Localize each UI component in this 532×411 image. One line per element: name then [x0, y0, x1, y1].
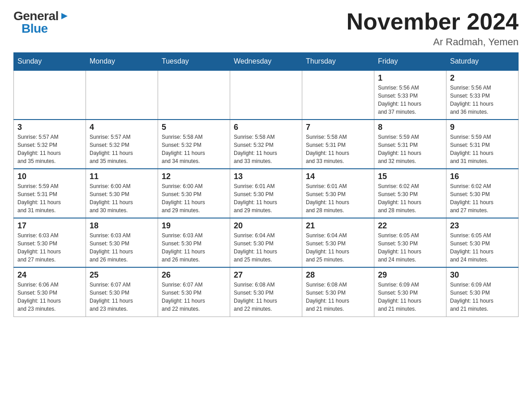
- day-number: 5: [162, 123, 226, 132]
- day-info: Sunrise: 5:59 AMSunset: 5:31 PMDaylight:…: [17, 182, 82, 214]
- calendar-cell: 30Sunrise: 6:09 AMSunset: 5:30 PMDayligh…: [446, 267, 519, 317]
- day-number: 30: [450, 270, 515, 280]
- svg-marker-0: [61, 13, 68, 19]
- day-info: Sunrise: 5:58 AMSunset: 5:31 PMDaylight:…: [306, 133, 370, 165]
- day-number: 7: [306, 123, 370, 132]
- calendar-header-tuesday: Tuesday: [158, 53, 230, 71]
- day-number: 29: [378, 270, 442, 280]
- calendar-header-wednesday: Wednesday: [230, 53, 302, 71]
- day-number: 14: [306, 172, 370, 181]
- day-number: 23: [450, 221, 515, 231]
- day-info: Sunrise: 6:05 AMSunset: 5:30 PMDaylight:…: [450, 231, 515, 264]
- calendar-cell: 24Sunrise: 6:06 AMSunset: 5:30 PMDayligh…: [14, 267, 86, 317]
- day-info: Sunrise: 5:56 AMSunset: 5:33 PMDaylight:…: [378, 84, 442, 116]
- day-number: 20: [234, 221, 298, 231]
- day-number: 8: [378, 123, 442, 132]
- calendar-cell: 5Sunrise: 5:58 AMSunset: 5:32 PMDaylight…: [158, 120, 230, 169]
- day-number: 17: [17, 221, 82, 231]
- day-number: 22: [378, 221, 442, 231]
- day-number: 28: [306, 270, 370, 280]
- calendar-cell: 7Sunrise: 5:58 AMSunset: 5:31 PMDaylight…: [302, 120, 374, 169]
- calendar-cell: 9Sunrise: 5:59 AMSunset: 5:31 PMDaylight…: [446, 120, 519, 169]
- day-info: Sunrise: 6:01 AMSunset: 5:30 PMDaylight:…: [306, 182, 370, 214]
- calendar-header-monday: Monday: [86, 53, 158, 71]
- main-title: November 2024: [347, 9, 519, 34]
- day-number: 13: [234, 172, 298, 181]
- day-number: 19: [162, 221, 226, 231]
- calendar-cell: 11Sunrise: 6:00 AMSunset: 5:30 PMDayligh…: [86, 169, 158, 218]
- logo-arrow-icon: [60, 11, 69, 21]
- calendar-cell: 25Sunrise: 6:07 AMSunset: 5:30 PMDayligh…: [86, 267, 158, 317]
- day-info: Sunrise: 5:57 AMSunset: 5:32 PMDaylight:…: [17, 133, 82, 165]
- week-row-1: 1Sunrise: 5:56 AMSunset: 5:33 PMDaylight…: [14, 70, 519, 120]
- calendar-header-row: SundayMondayTuesdayWednesdayThursdayFrid…: [14, 53, 519, 71]
- day-info: Sunrise: 5:56 AMSunset: 5:33 PMDaylight:…: [450, 84, 515, 116]
- calendar-cell: 13Sunrise: 6:01 AMSunset: 5:30 PMDayligh…: [230, 169, 302, 218]
- calendar-cell: [86, 70, 158, 120]
- day-number: 12: [162, 172, 226, 181]
- calendar-cell: 6Sunrise: 5:58 AMSunset: 5:32 PMDaylight…: [230, 120, 302, 169]
- calendar-cell: 22Sunrise: 6:05 AMSunset: 5:30 PMDayligh…: [374, 218, 446, 267]
- day-info: Sunrise: 5:59 AMSunset: 5:31 PMDaylight:…: [450, 133, 515, 165]
- day-number: 16: [450, 172, 515, 181]
- week-row-2: 3Sunrise: 5:57 AMSunset: 5:32 PMDaylight…: [14, 120, 519, 169]
- day-number: 27: [234, 270, 298, 280]
- calendar-cell: 1Sunrise: 5:56 AMSunset: 5:33 PMDaylight…: [374, 70, 446, 120]
- day-info: Sunrise: 6:04 AMSunset: 5:30 PMDaylight:…: [306, 231, 370, 264]
- calendar-cell: 2Sunrise: 5:56 AMSunset: 5:33 PMDaylight…: [446, 70, 519, 120]
- calendar-cell: [14, 70, 86, 120]
- day-number: 1: [378, 73, 442, 83]
- calendar-header-thursday: Thursday: [302, 53, 374, 71]
- day-info: Sunrise: 6:08 AMSunset: 5:30 PMDaylight:…: [306, 281, 370, 313]
- logo: General Blue: [13, 9, 69, 36]
- title-block: November 2024 Ar Radmah, Yemen: [347, 9, 519, 48]
- day-info: Sunrise: 6:07 AMSunset: 5:30 PMDaylight:…: [90, 281, 154, 313]
- day-info: Sunrise: 6:05 AMSunset: 5:30 PMDaylight:…: [378, 231, 442, 264]
- subtitle: Ar Radmah, Yemen: [347, 36, 519, 48]
- day-info: Sunrise: 6:04 AMSunset: 5:30 PMDaylight:…: [234, 231, 298, 264]
- day-number: 26: [162, 270, 226, 280]
- calendar-cell: 23Sunrise: 6:05 AMSunset: 5:30 PMDayligh…: [446, 218, 519, 267]
- calendar-cell: 10Sunrise: 5:59 AMSunset: 5:31 PMDayligh…: [14, 169, 86, 218]
- week-row-4: 17Sunrise: 6:03 AMSunset: 5:30 PMDayligh…: [14, 218, 519, 267]
- calendar-cell: [230, 70, 302, 120]
- day-number: 15: [378, 172, 442, 181]
- day-info: Sunrise: 6:03 AMSunset: 5:30 PMDaylight:…: [17, 231, 82, 264]
- day-info: Sunrise: 6:01 AMSunset: 5:30 PMDaylight:…: [234, 182, 298, 214]
- day-number: 11: [90, 172, 154, 181]
- logo-blue-text: Blue: [21, 21, 48, 35]
- day-info: Sunrise: 5:58 AMSunset: 5:32 PMDaylight:…: [234, 133, 298, 165]
- calendar-cell: 20Sunrise: 6:04 AMSunset: 5:30 PMDayligh…: [230, 218, 302, 267]
- day-info: Sunrise: 5:58 AMSunset: 5:32 PMDaylight:…: [162, 133, 226, 165]
- calendar-cell: 17Sunrise: 6:03 AMSunset: 5:30 PMDayligh…: [14, 218, 86, 267]
- calendar-cell: 16Sunrise: 6:02 AMSunset: 5:30 PMDayligh…: [446, 169, 519, 218]
- calendar-cell: 26Sunrise: 6:07 AMSunset: 5:30 PMDayligh…: [158, 267, 230, 317]
- day-number: 6: [234, 123, 298, 132]
- day-info: Sunrise: 6:09 AMSunset: 5:30 PMDaylight:…: [450, 281, 515, 313]
- day-info: Sunrise: 6:07 AMSunset: 5:30 PMDaylight:…: [162, 281, 226, 313]
- day-number: 18: [90, 221, 154, 231]
- day-info: Sunrise: 6:09 AMSunset: 5:30 PMDaylight:…: [378, 281, 442, 313]
- calendar-header-saturday: Saturday: [446, 53, 519, 71]
- calendar-cell: 29Sunrise: 6:09 AMSunset: 5:30 PMDayligh…: [374, 267, 446, 317]
- day-number: 10: [17, 172, 82, 181]
- calendar-header-friday: Friday: [374, 53, 446, 71]
- calendar-table: SundayMondayTuesdayWednesdayThursdayFrid…: [13, 52, 519, 317]
- day-info: Sunrise: 6:00 AMSunset: 5:30 PMDaylight:…: [162, 182, 226, 214]
- day-number: 4: [90, 123, 154, 132]
- day-number: 21: [306, 221, 370, 231]
- day-number: 2: [450, 73, 515, 83]
- day-info: Sunrise: 6:03 AMSunset: 5:30 PMDaylight:…: [90, 231, 154, 264]
- calendar-cell: 4Sunrise: 5:57 AMSunset: 5:32 PMDaylight…: [86, 120, 158, 169]
- day-info: Sunrise: 5:57 AMSunset: 5:32 PMDaylight:…: [90, 133, 154, 165]
- day-number: 9: [450, 123, 515, 132]
- week-row-5: 24Sunrise: 6:06 AMSunset: 5:30 PMDayligh…: [14, 267, 519, 317]
- day-info: Sunrise: 6:08 AMSunset: 5:30 PMDaylight:…: [234, 281, 298, 313]
- day-number: 25: [90, 270, 154, 280]
- calendar-cell: 15Sunrise: 6:02 AMSunset: 5:30 PMDayligh…: [374, 169, 446, 218]
- calendar-cell: 12Sunrise: 6:00 AMSunset: 5:30 PMDayligh…: [158, 169, 230, 218]
- calendar-cell: 14Sunrise: 6:01 AMSunset: 5:30 PMDayligh…: [302, 169, 374, 218]
- day-info: Sunrise: 5:59 AMSunset: 5:31 PMDaylight:…: [378, 133, 442, 165]
- week-row-3: 10Sunrise: 5:59 AMSunset: 5:31 PMDayligh…: [14, 169, 519, 218]
- day-info: Sunrise: 6:06 AMSunset: 5:30 PMDaylight:…: [17, 281, 82, 313]
